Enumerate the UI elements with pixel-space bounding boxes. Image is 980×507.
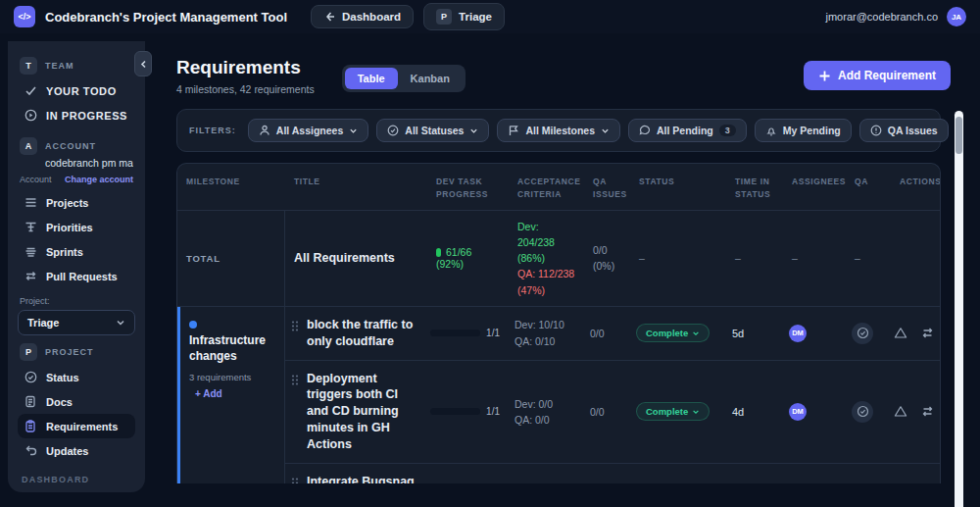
sidebar-item-label: Requirements (46, 421, 118, 432)
page-subtitle: 4 milestones, 42 requirements (176, 83, 315, 95)
pull-requests-icon (24, 270, 37, 282)
check-circle-icon (857, 327, 869, 339)
time-in-status: 5d (723, 320, 780, 347)
project-caption: Project: (20, 296, 133, 306)
sidebar-item-sprints[interactable]: Sprints (18, 239, 135, 264)
qa-check-button[interactable] (852, 323, 873, 344)
sidebar-item-status[interactable]: Status (18, 365, 135, 389)
updates-icon (24, 444, 37, 457)
sidebar-item-label: Projects (46, 197, 88, 209)
sidebar-item-requirements[interactable]: Requirements (18, 414, 135, 438)
filter-all-milestones[interactable]: All Milestones (497, 119, 620, 142)
plus-icon (818, 70, 831, 82)
tab-table[interactable]: Table (345, 68, 398, 89)
assignees-cell: DM (780, 317, 843, 350)
account-badge: A (20, 137, 37, 155)
warning-triangle-icon[interactable] (894, 327, 907, 339)
add-requirement-button[interactable]: Add Requirement (804, 61, 951, 90)
flag-icon (508, 125, 519, 136)
triage-button[interactable]: P Triage (423, 3, 505, 30)
status-pill[interactable]: Complete (636, 324, 710, 342)
sidebar-item-priorities[interactable]: Priorities (18, 215, 135, 239)
filter-qa-issues[interactable]: QA Issues (859, 119, 949, 142)
scrollbar-thumb[interactable] (956, 117, 962, 154)
total-acceptance: Dev: 204/238 (86%) QA: 112/238 (47%) (509, 211, 584, 306)
assignee-avatar[interactable]: DM (789, 325, 807, 342)
sidebar-item-updates[interactable]: Updates (18, 438, 135, 463)
change-account-link[interactable]: Change account (65, 175, 133, 184)
drag-handle-icon[interactable] (291, 474, 299, 483)
project-select[interactable]: Triage (18, 310, 135, 335)
filter-my-pending[interactable]: My Pending (755, 119, 852, 142)
dashboard-button[interactable]: Dashboard (311, 5, 414, 28)
status-pill[interactable]: Complete (636, 402, 710, 421)
col-qa: QA (846, 164, 891, 210)
sidebar-item-docs[interactable]: Docs (18, 389, 135, 414)
drag-handle-icon[interactable] (291, 317, 299, 332)
table-row: block the traffic to only cloudflare 1/1… (285, 307, 940, 361)
add-requirement-label: Add Requirement (838, 69, 936, 82)
dev-progress: 1/1 (424, 320, 506, 346)
filter-all-assignees[interactable]: All Assignees (248, 119, 368, 142)
app-logo-icon: </> (14, 6, 35, 27)
team-section-label: TEAM (45, 61, 74, 71)
col-qa-issues: QA Issues (584, 164, 630, 210)
filters-label: FILTERS: (189, 126, 236, 135)
sidebar-item-in-progress[interactable]: IN PROGRESS (18, 103, 135, 127)
vertical-scrollbar[interactable] (955, 111, 963, 507)
acceptance-criteria: Dev: 10/10QA: 0/10 (506, 309, 581, 357)
sidebar-collapse-button[interactable] (134, 51, 152, 76)
requirement-title[interactable]: Integrate Bugsnag for better debugging a… (307, 474, 416, 483)
sidebar-item-your-todo[interactable]: YOUR TODO (18, 78, 135, 103)
col-actions: Actions (891, 164, 941, 210)
drag-handle-icon[interactable] (291, 371, 299, 386)
tab-kanban[interactable]: Kanban (398, 68, 463, 89)
swap-arrows-icon[interactable] (921, 405, 934, 418)
total-qa-issues: 0/0 (0%) (584, 234, 630, 282)
actions-cell (888, 397, 940, 426)
filter-all-pending[interactable]: All Pending 3 (628, 119, 747, 142)
user-email: jmorar@codebranch.co (826, 11, 939, 23)
requirement-title[interactable]: block the traffic to only cloudflare (307, 317, 416, 350)
main-content: Requirements 4 milestones, 42 requiremen… (162, 33, 980, 507)
arrow-left-icon (323, 11, 335, 23)
app-title: Codebranch's Project Management Tool (45, 10, 287, 25)
filter-all-statuses[interactable]: All Statuses (376, 119, 489, 142)
dashboard-button-label: Dashboard (342, 11, 401, 23)
milestone-group: Infrastructure changes 3 requirements + … (177, 307, 940, 483)
col-status: Status (630, 164, 726, 210)
milestone-add-button[interactable]: + Add (189, 388, 275, 399)
chevron-down-icon (692, 330, 700, 337)
project-badge: P (20, 343, 37, 361)
user-avatar[interactable]: JA (947, 7, 966, 26)
person-icon (259, 125, 270, 136)
requirements-icon (24, 420, 37, 432)
milestone-cell: Infrastructure changes 3 requirements + … (180, 307, 285, 483)
total-label: Total (177, 211, 285, 306)
sidebar-item-pull-requests[interactable]: Pull Requests (18, 264, 135, 288)
chevron-left-icon (139, 60, 148, 69)
filter-label: All Assignees (276, 125, 343, 136)
swap-arrows-icon[interactable] (921, 327, 934, 339)
view-toggle: Table Kanban (342, 65, 466, 92)
page-title: Requirements (176, 57, 315, 78)
triage-button-label: Triage (459, 11, 492, 23)
bell-icon (765, 125, 777, 136)
col-milestone: Milestone (177, 164, 285, 210)
status-cell: Complete (627, 316, 723, 350)
requirement-title[interactable]: Deployment triggers both CI and CD burni… (307, 371, 416, 453)
sidebar-item-projects[interactable]: Projects (18, 190, 135, 215)
triage-badge: P (436, 9, 452, 25)
play-circle-icon (24, 109, 37, 122)
sidebar-item-label: YOUR TODO (46, 85, 117, 97)
col-assignees: Assignees (783, 164, 846, 210)
warning-triangle-icon[interactable] (894, 405, 907, 418)
milestone-title[interactable]: Infrastructure changes (189, 317, 275, 365)
team-badge: T (20, 57, 37, 75)
sidebar-item-label: Sprints (46, 246, 83, 258)
requirement-rows: block the traffic to only cloudflare 1/1… (285, 307, 940, 483)
qa-check-button[interactable] (852, 401, 873, 423)
alert-circle-icon (870, 125, 882, 136)
assignee-avatar[interactable]: DM (789, 403, 807, 421)
total-progress: 61/66 (92%) (427, 238, 509, 278)
